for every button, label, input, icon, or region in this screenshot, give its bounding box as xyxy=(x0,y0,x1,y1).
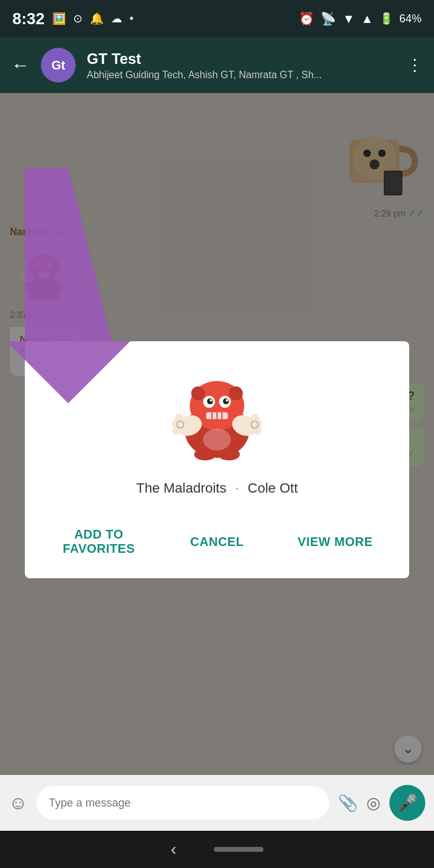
svg-point-49 xyxy=(194,449,216,460)
more-options-button[interactable]: ⋮ xyxy=(407,56,423,75)
nav-bar: ‹ xyxy=(0,831,434,868)
emoji-button[interactable]: ☺ xyxy=(9,792,28,813)
mic-button[interactable]: 🎤 xyxy=(389,785,425,821)
instagram-icon: ⊙ xyxy=(73,12,82,25)
status-time: 8:32 xyxy=(12,9,45,29)
back-button[interactable]: ← xyxy=(11,55,30,76)
notification-icon: 🖼️ xyxy=(52,12,66,25)
svg-point-33 xyxy=(210,399,212,401)
wifi-icon: ▼ xyxy=(342,12,355,26)
dialog-sticker-svg xyxy=(167,366,267,465)
svg-point-31 xyxy=(207,398,213,405)
camera-button[interactable]: ◎ xyxy=(366,794,381,813)
chat-info: GT Test Abhijeet Guiding Tech, Ashish GT… xyxy=(87,50,396,81)
cast-icon: 📡 xyxy=(321,11,336,26)
dialog-sticker-image xyxy=(161,360,273,472)
input-bar: ☺ 📎 ◎ 🎤 xyxy=(0,775,434,831)
message-input[interactable] xyxy=(37,786,329,820)
bell-icon: 🔔 xyxy=(90,12,104,25)
status-icons-right: ⏰ 📡 ▼ ▲ 🔋 64% xyxy=(299,11,422,26)
view-more-button[interactable]: VIEW MORE xyxy=(276,529,394,555)
chat-title: GT Test xyxy=(87,50,396,68)
dialog-pack-name: The Maladroits · Cole Ott xyxy=(136,480,298,496)
svg-point-28 xyxy=(229,387,242,400)
add-to-favorites-button[interactable]: ADD TO FAVORITES xyxy=(40,521,158,562)
dialog-actions: ADD TO FAVORITES CANCEL VIEW MORE xyxy=(25,509,409,566)
chat-header: ← Gt GT Test Abhijeet Guiding Tech, Ashi… xyxy=(0,37,434,93)
avatar: Gt xyxy=(41,48,76,83)
dot-icon: • xyxy=(130,12,133,25)
dialog-sticker-area: The Maladroits · Cole Ott xyxy=(25,341,409,509)
nav-back-button[interactable]: ‹ xyxy=(170,839,176,859)
cancel-button[interactable]: CANCEL xyxy=(158,529,277,555)
svg-point-50 xyxy=(218,449,240,460)
mic-icon: 🎤 xyxy=(397,794,417,813)
chat-subtitle: Abhijeet Guiding Tech, Ashish GT, Namrat… xyxy=(87,69,360,81)
svg-point-32 xyxy=(223,398,229,405)
battery-level: 64% xyxy=(399,12,422,25)
svg-point-34 xyxy=(226,399,228,401)
chat-background: 2:29 pm ✓✓ Namrata GT xyxy=(0,93,434,775)
svg-point-27 xyxy=(191,387,205,400)
attach-button[interactable]: 📎 xyxy=(338,794,358,813)
status-bar: 8:32 🖼️ ⊙ 🔔 ☁ • ⏰ 📡 ▼ ▲ 🔋 64% xyxy=(0,0,434,37)
svg-point-51 xyxy=(203,429,231,450)
alarm-icon: ⏰ xyxy=(299,11,314,26)
nav-home-pill xyxy=(214,847,264,852)
status-left: 8:32 🖼️ ⊙ 🔔 ☁ • xyxy=(12,9,133,29)
cloud-icon: ☁ xyxy=(111,12,122,25)
battery-icon: 🔋 xyxy=(379,12,393,25)
sticker-dialog: The Maladroits · Cole Ott ADD TO FAVORIT… xyxy=(25,341,409,578)
signal-icon: ▲ xyxy=(361,12,373,26)
